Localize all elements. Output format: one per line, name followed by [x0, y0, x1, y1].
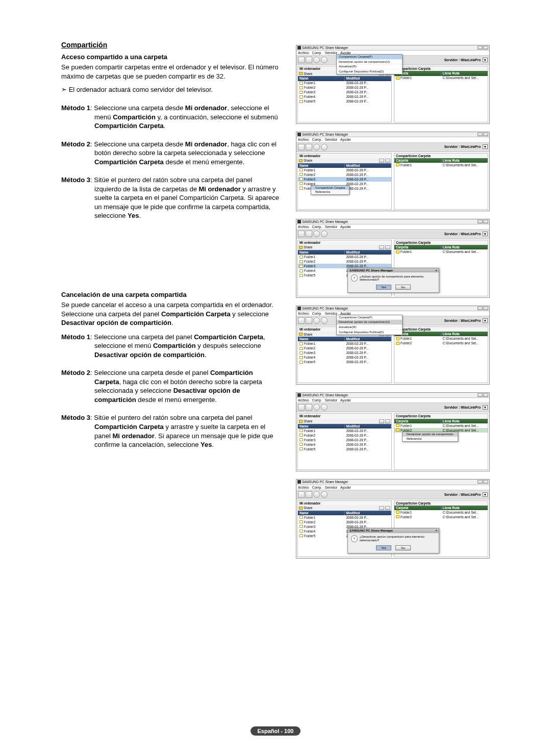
cancel-method-1: Método 1: Seleccione una carpeta del pan… — [61, 333, 281, 360]
context-menu-cancel: Desactivar opción de compartición Refere… — [402, 432, 458, 441]
screenshot-5: SAMSUNG PC Share Manager ArchivoComp.Ser… — [296, 392, 490, 471]
dropdown-desactivar[interactable]: Desactivar opción de compartición(U) — [337, 320, 402, 325]
server-selector[interactable]: Servidor : WiseLinkPro ▾ — [444, 58, 488, 62]
window-title: SAMSUNG PC Share Manager — [302, 46, 348, 49]
confirm-dialog: SAMSUNG PC Share Manager× ?¿Activar opci… — [347, 268, 439, 293]
dropdown-desactivar[interactable]: Desactivar opción de compartición(U) — [337, 60, 402, 65]
menu-archivo[interactable]: Archivo — [298, 51, 309, 55]
no-button[interactable]: No — [395, 285, 411, 290]
method-3: Método 3: Sitúe el puntero del ratón sob… — [61, 175, 281, 220]
ctx-desactivar[interactable]: Desactivar opción de compartición — [403, 432, 458, 437]
refresh-icon[interactable] — [313, 57, 320, 63]
close-icon[interactable] — [483, 46, 488, 49]
method-2: Método 2: Seleccione una carpeta desde M… — [61, 140, 281, 167]
app-logo-icon — [297, 480, 301, 484]
close-icon[interactable] — [483, 133, 488, 136]
no-button[interactable]: No — [395, 545, 411, 550]
question-icon: ? — [351, 274, 358, 282]
question-icon: ? — [351, 535, 358, 542]
comp-dropdown: Compartición Carpeta(F) Desactivar opció… — [336, 54, 403, 74]
section2-para: Se puede cancelar el acceso a una carpet… — [61, 300, 281, 327]
section-comparticion-title: Compartición — [61, 41, 281, 49]
right-screenshots-column: SAMSUNG PC Share Manager Archivo Comp. S… — [296, 41, 500, 559]
cancel-method-2: Método 2: Seleccione una carpeta desde e… — [61, 368, 281, 404]
yes-button[interactable]: Yes — [376, 545, 391, 550]
dropdown-configurar[interactable]: Configurar Dispositivo Política(D) — [337, 69, 402, 74]
section1-note: El ordenador actuará como servidor del t… — [61, 86, 281, 94]
section-cancel-title: Cancelación de una carpeta compartida — [61, 291, 281, 298]
tool-icon-4[interactable] — [321, 57, 328, 63]
context-menu: Compartición Carpeta Referencia — [311, 185, 349, 195]
tool-icon-2[interactable] — [306, 57, 312, 63]
app-logo-icon — [297, 307, 301, 310]
menu-servidor[interactable]: Servidor — [325, 51, 337, 55]
minimize-icon[interactable] — [478, 133, 483, 136]
app-logo-icon — [297, 393, 301, 397]
app-logo-icon — [297, 220, 301, 223]
titlebar: SAMSUNG PC Share Manager — [296, 45, 489, 51]
app-logo-icon — [297, 46, 301, 49]
screenshot-4: SAMSUNG PC Share Manager ArchivoComp.Ser… — [296, 306, 490, 385]
cancel-method-3: Método 3: Sitúe el puntero del ratón sob… — [61, 413, 281, 449]
minimize-icon[interactable] — [478, 46, 483, 49]
screenshot-2: SAMSUNG PC Share Manager ArchivoComp.Ser… — [296, 132, 490, 211]
dialog-close-icon[interactable]: × — [435, 529, 437, 533]
page-number-pill: Español - 100 — [251, 726, 301, 736]
left-text-column: Compartición Acceso compartido a una car… — [61, 41, 281, 559]
screenshot-6: SAMSUNG PC Share Manager ArchivoComp.Ser… — [296, 479, 490, 558]
chevron-down-icon[interactable]: ▾ — [483, 58, 488, 62]
pane-comparticion: Comparticion Carpeta CarpetaLlena Ruta F… — [394, 66, 488, 122]
tool-icon-1[interactable] — [298, 57, 305, 63]
method-1: Método 1: Seleccione una carpeta desde M… — [61, 104, 281, 131]
dropdown-comparticion-carpeta[interactable]: Compartición Carpeta(F) — [337, 55, 402, 60]
section-acceso-title: Acceso compartido a una carpeta — [61, 53, 281, 61]
screenshot-3: SAMSUNG PC Share Manager ArchivoComp.Ser… — [296, 219, 490, 298]
screenshot-1: SAMSUNG PC Share Manager Archivo Comp. S… — [296, 45, 490, 124]
yes-button[interactable]: Yes — [376, 285, 391, 290]
ctx-comparticion-carpeta[interactable]: Compartición Carpeta — [311, 186, 349, 190]
menu-comp[interactable]: Comp. — [312, 51, 322, 55]
page-footer: Español - 100 — [0, 726, 551, 736]
dropdown-actualizar[interactable]: Actualizar(R) — [337, 64, 402, 69]
app-logo-icon — [297, 133, 301, 136]
confirm-cancel-dialog: SAMSUNG PC Share Manager× ?¿Desactivar o… — [347, 528, 439, 553]
dialog-close-icon[interactable]: × — [435, 269, 437, 272]
ctx-referencia[interactable]: Referencia — [311, 190, 349, 194]
folder-icon — [299, 72, 303, 75]
section1-para: Se pueden compartir carpetas entre el or… — [61, 63, 281, 81]
comp-dropdown: Compartición Carpeta(F) Desactivar opció… — [336, 315, 403, 335]
folder-list[interactable]: Folder12008-02-28 P... Folder22008-02-28… — [298, 81, 391, 122]
